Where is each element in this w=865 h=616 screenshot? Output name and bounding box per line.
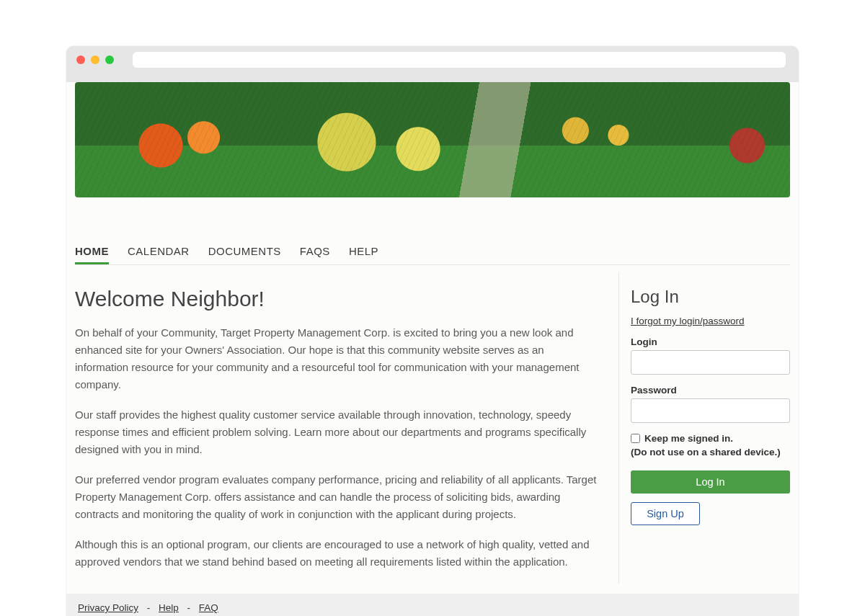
page-title: Welcome Neighbor!: [75, 287, 598, 311]
footer-separator: -: [187, 602, 191, 613]
signup-button[interactable]: Sign Up: [631, 502, 700, 525]
forgot-password-link[interactable]: I forgot my login/password: [631, 316, 745, 326]
body-paragraph: Although this is an optional program, ou…: [75, 536, 598, 571]
window-controls: [76, 55, 114, 64]
intro-paragraph: On behalf of your Community, Target Prop…: [75, 324, 598, 393]
main-nav: HOME CALENDAR DOCUMENTS FAQS HELP: [75, 239, 790, 265]
keep-signed-in-label: Keep me signed in.: [644, 433, 733, 444]
content-wrap: HOME CALENDAR DOCUMENTS FAQS HELP Welcom…: [66, 239, 799, 584]
login-button[interactable]: Log In: [631, 470, 790, 494]
login-title: Log In: [631, 287, 790, 307]
titlebar: [66, 46, 799, 73]
main-column: Welcome Neighbor! On behalf of your Comm…: [75, 272, 598, 584]
footer-links: Privacy Policy - Help - FAQ: [78, 602, 787, 613]
nav-faqs[interactable]: FAQS: [300, 245, 330, 264]
footer-privacy-link[interactable]: Privacy Policy: [78, 602, 138, 613]
footer-separator: -: [147, 602, 151, 613]
body-paragraph: Our preferred vendor program evaluates c…: [75, 471, 598, 523]
nav-calendar[interactable]: CALENDAR: [128, 245, 190, 264]
login-input[interactable]: [631, 350, 790, 375]
close-window-icon[interactable]: [76, 55, 85, 64]
page: HOME CALENDAR DOCUMENTS FAQS HELP Welcom…: [66, 82, 799, 616]
nav-home[interactable]: HOME: [75, 245, 109, 264]
columns: Welcome Neighbor! On behalf of your Comm…: [75, 272, 790, 584]
maximize-window-icon[interactable]: [105, 55, 114, 64]
keep-signed-in-checkbox[interactable]: [631, 434, 640, 443]
body-paragraph: Our staff provides the highest quality c…: [75, 406, 598, 458]
footer: Privacy Policy - Help - FAQ This site is…: [66, 594, 799, 616]
footer-help-link[interactable]: Help: [159, 602, 179, 613]
nav-help[interactable]: HELP: [349, 245, 378, 264]
footer-faq-link[interactable]: FAQ: [199, 602, 218, 613]
minimize-window-icon[interactable]: [91, 55, 99, 64]
login-label: Login: [631, 336, 790, 347]
nav-documents[interactable]: DOCUMENTS: [208, 245, 281, 264]
password-input[interactable]: [631, 398, 790, 423]
hero-banner-image: [75, 82, 790, 197]
browser-window: HOME CALENDAR DOCUMENTS FAQS HELP Welcom…: [66, 46, 799, 616]
url-bar[interactable]: [133, 52, 786, 68]
login-sidebar: Log In I forgot my login/password Login …: [618, 272, 790, 584]
password-label: Password: [631, 385, 790, 396]
shared-device-warning: (Do not use on a shared device.): [631, 447, 790, 457]
keep-signed-in-row: Keep me signed in.: [631, 433, 790, 444]
